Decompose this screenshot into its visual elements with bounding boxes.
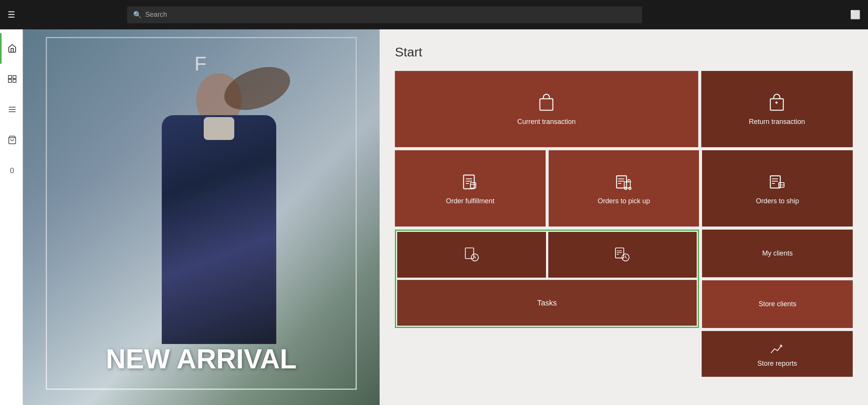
tile-store-clients-label: Store clients xyxy=(758,300,796,308)
svg-rect-0 xyxy=(8,76,11,79)
orders-pickup-icon xyxy=(614,172,634,193)
tile-my-clients[interactable]: My clients xyxy=(702,230,853,277)
tile-current-transaction-label: Current transaction xyxy=(514,118,580,126)
tile-small-list-clock[interactable] xyxy=(548,232,697,278)
topbar: ☰ 🔍 ⬜ xyxy=(0,0,868,29)
tile-order-fulfillment-label: Order fulfillment xyxy=(442,197,498,205)
row2: Order fulfillment Orders xyxy=(395,150,853,227)
tile-store-reports[interactable]: Store reports xyxy=(702,331,853,377)
svg-rect-3 xyxy=(13,79,16,82)
order-fulfillment-icon xyxy=(460,172,480,193)
tile-order-fulfillment[interactable]: Order fulfillment xyxy=(395,150,546,227)
tile-store-clients[interactable]: Store clients xyxy=(702,280,853,328)
chart-icon xyxy=(769,341,785,357)
cart-count: 0 xyxy=(10,166,14,175)
menu-icon xyxy=(8,105,17,114)
start-title: Start xyxy=(395,45,853,59)
home-icon xyxy=(8,44,17,53)
tile-tasks[interactable]: Tasks xyxy=(397,280,697,326)
sidebar-item-products[interactable] xyxy=(0,64,23,94)
right-stack: My clientsStore clients xyxy=(702,230,853,328)
highlighted-group: Tasks xyxy=(395,230,699,328)
hamburger-icon[interactable]: ☰ xyxy=(8,10,19,20)
row3: TasksMy clientsStore clients xyxy=(395,230,853,328)
tile-store-reports-label: Store reports xyxy=(757,360,797,368)
svg-rect-2 xyxy=(8,79,11,82)
content-area: F NEW ARRIVAL Start xyxy=(23,29,868,405)
sidebar-item-bag[interactable] xyxy=(0,125,23,155)
sidebar: 0 xyxy=(0,29,23,405)
search-bar[interactable]: 🔍 xyxy=(127,6,642,23)
tile-orders-ship-label: Orders to ship xyxy=(752,197,803,205)
tile-current-transaction[interactable]: Current transaction xyxy=(395,71,698,147)
orders-ship-icon xyxy=(767,172,788,193)
tile-orders-ship[interactable]: Orders to ship xyxy=(702,150,853,227)
sidebar-item-menu[interactable] xyxy=(0,94,23,125)
bookmark-icon[interactable]: ⬜ xyxy=(850,10,860,20)
start-panel: Start Current transaction xyxy=(380,29,868,405)
hero-section: F NEW ARRIVAL xyxy=(23,29,380,405)
sidebar-item-cart[interactable]: 0 xyxy=(0,155,23,186)
row4: Store reports xyxy=(395,331,853,377)
products-icon xyxy=(8,74,17,84)
search-icon: 🔍 xyxy=(133,11,142,19)
bag-icon xyxy=(8,135,17,145)
tile-tasks-label: Tasks xyxy=(537,299,557,307)
svg-rect-8 xyxy=(540,99,553,110)
tile-my-clients-label: My clients xyxy=(762,249,793,257)
return-bag-icon xyxy=(767,93,787,113)
list-clock2-icon xyxy=(614,247,630,263)
row1: Current transaction Return transaction xyxy=(395,71,853,147)
svg-rect-28 xyxy=(465,248,473,259)
sidebar-item-home[interactable] xyxy=(0,33,23,64)
tile-orders-pick-up[interactable]: Orders to pick up xyxy=(549,150,699,227)
tile-return-transaction-label: Return transaction xyxy=(745,118,809,126)
svg-rect-10 xyxy=(464,175,474,189)
tile-small-clock[interactable] xyxy=(397,232,546,278)
svg-rect-14 xyxy=(470,183,476,188)
hero-text: NEW ARRIVAL xyxy=(106,343,297,374)
main-layout: 0 F NEW ARRIVAL Start xyxy=(0,29,868,405)
tile-orders-pickup-label: Orders to pick up xyxy=(594,197,654,205)
clock-doc-icon xyxy=(464,247,480,263)
shopping-bag-icon xyxy=(536,93,557,113)
search-input[interactable] xyxy=(145,11,636,19)
svg-rect-9 xyxy=(770,99,783,110)
tile-return-transaction[interactable]: Return transaction xyxy=(701,71,853,147)
svg-rect-1 xyxy=(13,76,16,79)
